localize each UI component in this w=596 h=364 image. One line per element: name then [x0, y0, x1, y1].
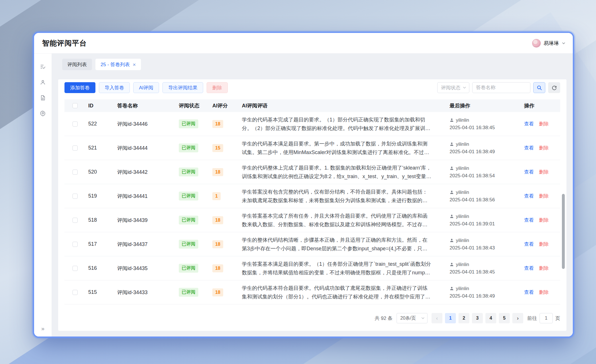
cell-last-operation: yilinlin 2025-04-01 16:38:49 — [444, 286, 517, 299]
review-status-select[interactable]: 评阅状态 — [437, 82, 469, 93]
delete-link[interactable]: 删除 — [539, 217, 549, 223]
next-page-button[interactable]: › — [512, 313, 523, 323]
ai-review-button[interactable]: AI评阅 — [133, 82, 159, 93]
answer-sheet-panel: 添加答卷 导入答卷 AI评阅 导出评阅结果 删除 评阅状态 — [58, 79, 566, 331]
column-header-score: AI评分 — [207, 102, 236, 109]
import-answer-button[interactable]: 导入答卷 — [99, 82, 130, 93]
scrollbar-thumb[interactable] — [562, 194, 565, 269]
row-checkbox[interactable] — [72, 194, 78, 199]
operation-time: 2025-04-01 16:38:45 — [450, 125, 517, 131]
refresh-button[interactable] — [548, 82, 560, 93]
delete-link[interactable]: 删除 — [539, 145, 549, 151]
page-size-value: 20条/页 — [400, 315, 416, 321]
cell-ai-comment: 学生的代码基本满足题目要求。第一步中，成功加载了数据，并划分成训练集和测试集。第… — [242, 139, 432, 157]
column-header-actions: 操作 — [517, 102, 560, 109]
row-checkbox[interactable] — [72, 121, 78, 127]
export-results-button[interactable]: 导出评阅结果 — [162, 82, 203, 93]
avatar[interactable] — [532, 39, 541, 48]
cell-id: 517 — [83, 241, 111, 247]
cell-last-operation: yilinlin 2025-04-01 16:38:54 — [444, 166, 517, 179]
table-row: 515 评阅id-34433 已评阅 18 学生的代码基本符合题目要求。代码成功… — [64, 280, 560, 304]
tab-bar: 评阅列表 25 - 答卷列表 × — [62, 59, 566, 70]
chevron-down-icon — [463, 86, 466, 89]
sidebar-item-users[interactable] — [37, 76, 49, 88]
goto-page-input[interactable] — [540, 313, 553, 323]
cell-last-operation: yilinlin 2025-04-01 16:38:49 — [444, 141, 517, 155]
view-link[interactable]: 查看 — [524, 193, 534, 199]
operator-name: yilinlin — [456, 214, 469, 219]
view-link[interactable]: 查看 — [524, 241, 534, 247]
row-checkbox[interactable] — [72, 218, 78, 223]
cell-answer-name: 评阅id-34446 — [111, 121, 173, 127]
cell-answer-name: 评阅id-34439 — [111, 217, 173, 224]
row-checkbox[interactable] — [72, 242, 78, 247]
pagination-total: 共 92 条 — [375, 315, 393, 322]
prev-page-button[interactable]: ‹ — [432, 313, 442, 323]
delete-link[interactable]: 删除 — [539, 241, 549, 247]
view-link[interactable]: 查看 — [524, 217, 534, 223]
delete-link[interactable]: 删除 — [539, 290, 549, 295]
cell-id: 516 — [83, 265, 111, 271]
page-button-3[interactable]: 3 — [472, 313, 483, 323]
page-button-5[interactable]: 5 — [499, 313, 510, 323]
cell-ai-comment: 学生的代码基本符合题目要求。代码成功加载了鸢尾花数据集，并正确进行了训练集和测试… — [242, 284, 432, 301]
cell-last-operation: yilinlin 2025-04-01 16:38:45 — [444, 117, 517, 131]
page-button-4[interactable]: 4 — [485, 313, 496, 323]
user-menu[interactable]: 易琳琳 — [532, 39, 565, 48]
add-answer-button[interactable]: 添加答卷 — [64, 82, 95, 93]
operation-time: 2025-04-01 16:38:56 — [450, 197, 517, 203]
delete-link[interactable]: 删除 — [539, 121, 549, 127]
cell-id: 515 — [83, 289, 111, 295]
sidebar-item-settings[interactable] — [37, 107, 49, 119]
row-checkbox[interactable] — [72, 170, 78, 175]
cell-answer-name: 评阅id-34437 — [111, 241, 173, 248]
operator-name: yilinlin — [456, 117, 469, 123]
view-link[interactable]: 查看 — [524, 145, 534, 151]
select-all-checkbox[interactable] — [72, 103, 78, 108]
sidebar-item-documents[interactable] — [37, 92, 49, 103]
row-checkbox[interactable] — [72, 145, 78, 151]
score-badge: 18 — [212, 168, 223, 176]
page-button-1[interactable]: 1 — [445, 313, 456, 323]
row-checkbox[interactable] — [72, 266, 78, 271]
refresh-icon — [552, 85, 557, 90]
operator-name: yilinlin — [456, 190, 469, 195]
column-header-id: ID — [83, 103, 111, 109]
person-icon — [450, 142, 454, 146]
cell-id: 518 — [83, 217, 111, 223]
cell-last-operation: yilinlin 2025-04-01 16:38:43 — [444, 238, 517, 251]
status-badge: 已评阅 — [179, 143, 198, 152]
view-link[interactable]: 查看 — [524, 290, 534, 295]
delete-button[interactable]: 删除 — [207, 82, 228, 93]
tab-review-list[interactable]: 评阅列表 — [62, 59, 92, 70]
cell-last-operation: yilinlin 2025-04-01 16:39:01 — [444, 214, 517, 227]
delete-link[interactable]: 删除 — [539, 193, 549, 199]
page-button-2[interactable]: 2 — [458, 313, 469, 323]
table-row: 518 评阅id-34439 已评阅 18 学生答案基本完成了所有任务，并且大体… — [64, 208, 560, 232]
page-size-select[interactable]: 20条/页 — [397, 313, 428, 323]
app-header: 智能评阅平台 易琳琳 — [34, 33, 573, 54]
app-window: 智能评阅平台 易琳琳 — [34, 33, 573, 337]
delete-link[interactable]: 删除 — [539, 265, 549, 271]
person-icon — [450, 118, 454, 122]
sidebar-item-review-tasks[interactable] — [37, 61, 49, 72]
operator-name: yilinlin — [456, 286, 469, 292]
answer-sheet-table: ID 答卷名称 评阅状态 AI评分 AI评阅评语 最后操作 操作 522 评阅i… — [64, 99, 560, 304]
page-unit-label: 页 — [555, 315, 560, 322]
table-scrollbar[interactable] — [562, 194, 565, 337]
view-link[interactable]: 查看 — [524, 121, 534, 127]
document-icon — [40, 95, 46, 101]
score-badge: 18 — [212, 216, 223, 224]
main-content: 评阅列表 25 - 答卷列表 × 添加答卷 导入答卷 AI评阅 导 — [52, 54, 573, 337]
close-icon[interactable]: × — [133, 62, 136, 67]
search-button[interactable] — [533, 82, 545, 93]
row-checkbox[interactable] — [72, 290, 78, 295]
sidebar-collapse-icon[interactable]: » — [41, 325, 44, 332]
delete-link[interactable]: 删除 — [539, 169, 549, 175]
answer-name-input[interactable] — [472, 82, 530, 93]
cell-answer-name: 评阅id-34442 — [111, 169, 173, 176]
tab-answer-sheet-list[interactable]: 25 - 答卷列表 × — [95, 59, 141, 70]
cell-id: 522 — [83, 121, 111, 127]
view-link[interactable]: 查看 — [524, 169, 534, 175]
view-link[interactable]: 查看 — [524, 265, 534, 271]
